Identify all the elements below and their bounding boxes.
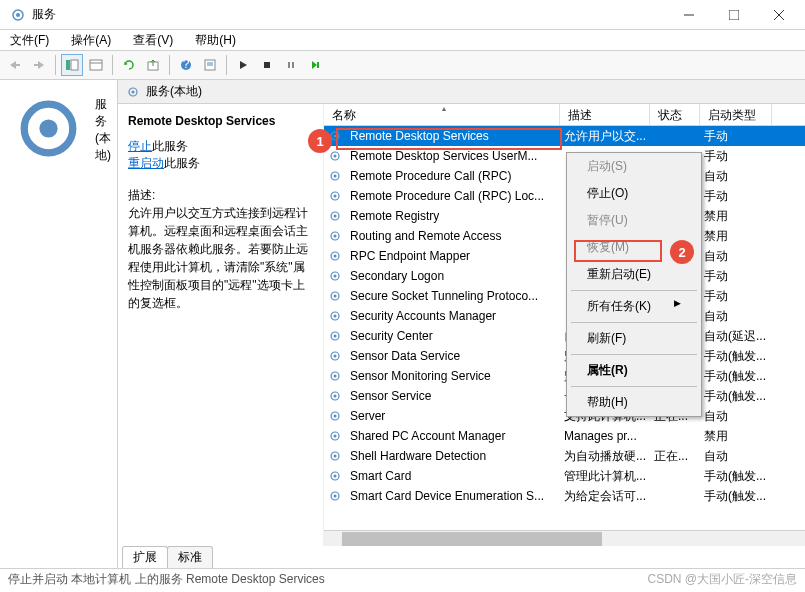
- titlebar: 服务: [0, 0, 805, 30]
- table-row[interactable]: Server支持此计算机...正在...自动: [324, 406, 805, 426]
- svg-point-47: [334, 335, 337, 338]
- menubar: 文件(F) 操作(A) 查看(V) 帮助(H): [0, 30, 805, 50]
- svg-rect-19: [288, 62, 290, 68]
- cell-name: Security Accounts Manager: [346, 309, 560, 323]
- menu-action[interactable]: 操作(A): [67, 30, 115, 51]
- restart-link[interactable]: 重启动: [128, 156, 164, 170]
- view-button-1[interactable]: [61, 54, 83, 76]
- annotation-marker-1: 1: [308, 129, 332, 153]
- menu-pause[interactable]: 暂停(U): [567, 207, 701, 234]
- menu-all-tasks[interactable]: 所有任务(K)▶: [567, 293, 701, 320]
- table-row[interactable]: Secure Socket Tunneling Protoco...手动: [324, 286, 805, 306]
- table-row[interactable]: Shell Hardware Detection为自动播放硬...正在...自动: [324, 446, 805, 466]
- svg-point-55: [334, 415, 337, 418]
- back-button[interactable]: [4, 54, 26, 76]
- cell-desc: 为自动播放硬...: [560, 448, 650, 465]
- cell-name: Smart Card: [346, 469, 560, 483]
- statusbar: 停止并启动 本地计算机 上的服务 Remote Desktop Services…: [0, 568, 805, 590]
- cell-name: Server: [346, 409, 560, 423]
- help-button[interactable]: ?: [175, 54, 197, 76]
- svg-rect-6: [16, 64, 20, 66]
- restart-button[interactable]: [304, 54, 326, 76]
- nav-services-local[interactable]: 服务(本地): [4, 84, 113, 176]
- cell-start: 自动: [700, 248, 772, 265]
- menu-refresh[interactable]: 刷新(F): [567, 325, 701, 352]
- table-row[interactable]: Remote Procedure Call (RPC) Loc...手动: [324, 186, 805, 206]
- menu-restart[interactable]: 重新启动(E): [567, 261, 701, 288]
- cell-start: 手动(触发...: [700, 468, 772, 485]
- cell-start: 手动(触发...: [700, 388, 772, 405]
- table-row[interactable]: RPC Endpoint Mapper自动: [324, 246, 805, 266]
- table-row[interactable]: Security Accounts Manager自动: [324, 306, 805, 326]
- toolbar: ?: [0, 50, 805, 80]
- menu-file[interactable]: 文件(F): [6, 30, 53, 51]
- gear-icon: [328, 269, 342, 283]
- menu-help[interactable]: 帮助(H): [567, 389, 701, 416]
- content-header: 服务(本地): [118, 80, 805, 104]
- gear-icon: [328, 369, 342, 383]
- context-menu: 启动(S) 停止(O) 暂停(U) 恢复(M) 重新启动(E) 所有任务(K)▶…: [566, 152, 702, 417]
- export-button[interactable]: [142, 54, 164, 76]
- pause-button[interactable]: [280, 54, 302, 76]
- svg-point-57: [334, 435, 337, 438]
- table-row[interactable]: Sensor Data Service监视各种传感...手动(触发...: [324, 346, 805, 366]
- detail-panel: Remote Desktop Services 停止此服务 重启动此服务 描述:…: [118, 104, 324, 546]
- menu-start[interactable]: 启动(S): [567, 153, 701, 180]
- menu-stop[interactable]: 停止(O): [567, 180, 701, 207]
- svg-point-33: [334, 195, 337, 198]
- col-desc[interactable]: 描述: [560, 104, 650, 125]
- minimize-button[interactable]: [666, 1, 711, 29]
- play-button[interactable]: [232, 54, 254, 76]
- col-name[interactable]: 名称▴: [324, 104, 560, 125]
- table-row[interactable]: Secondary Logon手动: [324, 266, 805, 286]
- stop-button[interactable]: [256, 54, 278, 76]
- table-row[interactable]: Smart Card Device Enumeration S...为给定会话可…: [324, 486, 805, 506]
- table-row[interactable]: Sensor Service一项用于管理...手动(触发...: [324, 386, 805, 406]
- cell-name: Remote Procedure Call (RPC): [346, 169, 560, 183]
- tab-extended[interactable]: 扩展: [122, 546, 168, 568]
- cell-start: 禁用: [700, 228, 772, 245]
- service-list: 名称▴ 描述 状态 启动类型 Remote Desktop Services允许…: [324, 104, 805, 546]
- cell-start: 禁用: [700, 428, 772, 445]
- window-title: 服务: [32, 6, 666, 23]
- table-row[interactable]: Smart Card管理此计算机...手动(触发...: [324, 466, 805, 486]
- menu-properties[interactable]: 属性(R): [567, 357, 701, 384]
- cell-start: 自动: [700, 168, 772, 185]
- svg-point-61: [334, 475, 337, 478]
- horizontal-scrollbar[interactable]: [324, 530, 805, 546]
- cell-start: 手动: [700, 128, 772, 145]
- table-row[interactable]: Remote Procedure Call (RPC)自动: [324, 166, 805, 186]
- svg-rect-10: [90, 60, 102, 70]
- svg-rect-3: [729, 10, 739, 20]
- cell-name: Shell Hardware Detection: [346, 449, 560, 463]
- close-button[interactable]: [756, 1, 801, 29]
- svg-point-39: [334, 255, 337, 258]
- maximize-button[interactable]: [711, 1, 756, 29]
- stop-link[interactable]: 停止: [128, 139, 152, 153]
- gear-icon: [328, 169, 342, 183]
- table-row[interactable]: Security Center自合体感器...自动(延迟...: [324, 326, 805, 346]
- properties-button[interactable]: [199, 54, 221, 76]
- tab-standard[interactable]: 标准: [167, 546, 213, 568]
- content-header-title: 服务(本地): [146, 83, 202, 100]
- col-state[interactable]: 状态: [650, 104, 700, 125]
- svg-point-31: [334, 175, 337, 178]
- cell-start: 手动: [700, 268, 772, 285]
- table-row[interactable]: Sensor Monitoring Service监视各种传感...手动(触发.…: [324, 366, 805, 386]
- svg-point-63: [334, 495, 337, 498]
- table-row[interactable]: Shared PC Account ManagerManages pr...禁用: [324, 426, 805, 446]
- cell-start: 手动(触发...: [700, 348, 772, 365]
- forward-button[interactable]: [28, 54, 50, 76]
- view-button-2[interactable]: [85, 54, 107, 76]
- refresh-button[interactable]: [118, 54, 140, 76]
- table-row[interactable]: Remote Registry禁用: [324, 206, 805, 226]
- col-start[interactable]: 启动类型: [700, 104, 772, 125]
- gear-icon: [328, 289, 342, 303]
- menu-view[interactable]: 查看(V): [129, 30, 177, 51]
- cell-start: 手动: [700, 148, 772, 165]
- menu-help[interactable]: 帮助(H): [191, 30, 240, 51]
- cell-name: Remote Desktop Services UserM...: [346, 149, 560, 163]
- cell-state: 正在...: [650, 448, 700, 465]
- gear-icon: [328, 469, 342, 483]
- table-row[interactable]: Routing and Remote Access禁用: [324, 226, 805, 246]
